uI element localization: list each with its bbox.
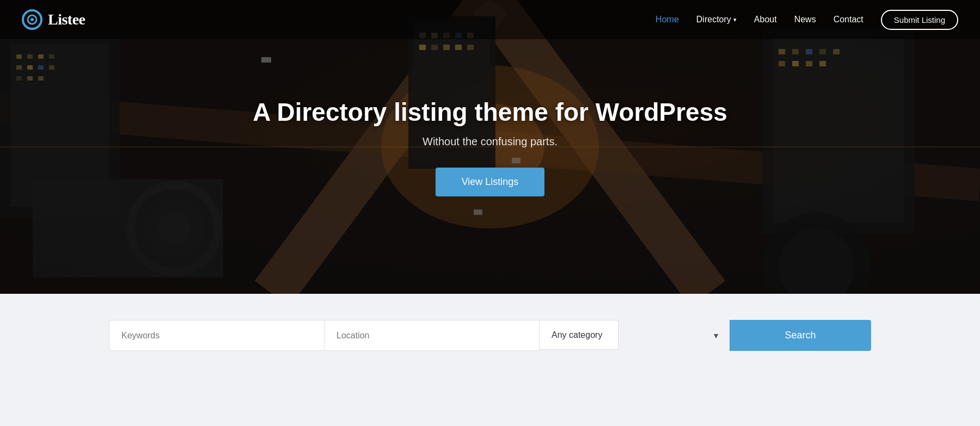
nav-link-about[interactable]: About <box>754 15 777 24</box>
logo-link[interactable]: Listee <box>22 9 85 30</box>
search-section: Any category Restaurants Hotels Shopping… <box>0 294 980 384</box>
svg-point-56 <box>30 18 34 21</box>
select-dropdown-arrow: ▼ <box>712 331 720 340</box>
nav-link-home[interactable]: Home <box>656 15 679 24</box>
hero-content: A Directory listing theme for WordPress … <box>0 0 980 294</box>
category-select-wrapper: Any category Restaurants Hotels Shopping… <box>539 320 730 351</box>
nav-item-contact[interactable]: Contact <box>834 15 863 24</box>
keywords-input[interactable] <box>109 320 324 351</box>
directory-dropdown-arrow: ▾ <box>733 16 737 23</box>
logo-icon <box>22 9 42 30</box>
location-input[interactable] <box>324 320 539 351</box>
category-select[interactable]: Any category Restaurants Hotels Shopping… <box>539 320 618 350</box>
logo-text: Listee <box>48 11 85 28</box>
view-listings-button[interactable]: View Listings <box>436 168 545 196</box>
nav-links: Home Directory ▾ About News Contact Subm… <box>656 10 958 30</box>
search-button[interactable]: Search <box>730 320 871 351</box>
hero-section: Listee Home Directory ▾ About News Conta… <box>0 0 980 294</box>
nav-item-home[interactable]: Home <box>656 15 679 24</box>
nav-link-directory[interactable]: Directory <box>696 15 731 24</box>
nav-item-directory[interactable]: Directory ▾ <box>696 15 737 24</box>
nav-item-submit[interactable]: Submit Listing <box>881 10 958 30</box>
search-bar: Any category Restaurants Hotels Shopping… <box>109 320 871 351</box>
hero-subtitle: Without the confusing parts. <box>422 135 558 148</box>
hero-title: A Directory listing theme for WordPress <box>253 97 727 127</box>
submit-listing-button[interactable]: Submit Listing <box>881 10 958 30</box>
nav-item-about[interactable]: About <box>754 15 777 24</box>
nav-link-contact[interactable]: Contact <box>834 15 863 24</box>
nav-link-news[interactable]: News <box>794 15 816 24</box>
nav-item-news[interactable]: News <box>794 15 816 24</box>
navbar: Listee Home Directory ▾ About News Conta… <box>0 0 980 39</box>
